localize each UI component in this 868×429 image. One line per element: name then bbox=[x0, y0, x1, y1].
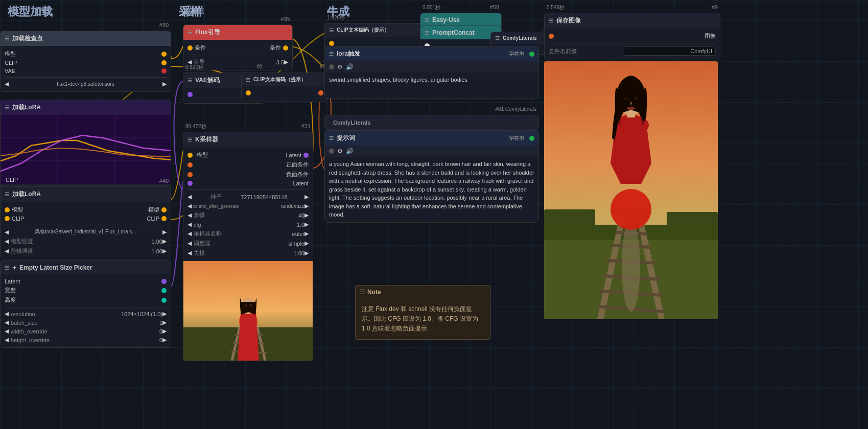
easy-use-title: Easy-Use bbox=[432, 16, 460, 23]
large-image-display bbox=[544, 61, 718, 319]
batch-arrow-left[interactable]: ◀ bbox=[5, 319, 9, 326]
resolution-label: resolution bbox=[9, 311, 121, 317]
clip-text-header: ☰ CLIP文本编码（提示） bbox=[325, 23, 434, 37]
save-time: 0.549秒 bbox=[547, 4, 565, 11]
model-strength-arrow-right[interactable]: ▶ bbox=[162, 238, 167, 245]
clip-encode-small-title: CLIP文本编码（提示） bbox=[253, 76, 306, 83]
fg-cond-out-port[interactable] bbox=[283, 45, 288, 51]
batch-arrow-right[interactable]: ▶ bbox=[162, 319, 167, 326]
svg-point-17 bbox=[250, 304, 252, 306]
lora-model-out-port[interactable] bbox=[161, 207, 167, 212]
lt-speaker-icon[interactable]: 🔊 bbox=[346, 63, 354, 70]
seed-arrow-left[interactable]: ◀ bbox=[187, 194, 192, 200]
width-override-arrow-right[interactable]: ▶ bbox=[162, 328, 167, 335]
clip-label-graph: CLIP bbox=[6, 177, 18, 183]
latent-icon: ✦ bbox=[12, 265, 16, 271]
ks-latent-port[interactable] bbox=[187, 181, 193, 186]
save-image-label: 图像 bbox=[702, 32, 716, 40]
height-label: 高度 bbox=[5, 296, 16, 304]
cond-out-dot[interactable] bbox=[318, 90, 323, 96]
ks-positive-row: 正面条件 bbox=[187, 160, 309, 170]
clip-encode-ports bbox=[246, 89, 323, 97]
cl61-id: #61 ComfyLiterals bbox=[495, 106, 536, 112]
svg-point-29 bbox=[622, 220, 640, 312]
model-strength-arrow-left[interactable]: ◀ bbox=[5, 238, 9, 245]
node-load-lora: #40 ☰ 加载LoRA 模型 模型 CLIP CLIP ◀ 风格lora\Se… bbox=[0, 186, 171, 259]
control-label: control_after_generate bbox=[192, 204, 280, 209]
denoise-arrow-right[interactable]: ▶ bbox=[304, 250, 309, 256]
checkpoint-arrow-left[interactable]: ◀ bbox=[5, 81, 9, 87]
scheduler-arrow-left[interactable]: ◀ bbox=[187, 240, 192, 247]
cfg-arrow-right[interactable]: ▶ bbox=[304, 221, 309, 228]
latent-out-label: Latent bbox=[5, 278, 20, 284]
denoise-arrow-left[interactable]: ◀ bbox=[187, 250, 192, 256]
scheduler-arrow-right[interactable]: ▶ bbox=[304, 240, 309, 247]
save-image-in-port[interactable] bbox=[549, 34, 554, 39]
lora-clip-out-port[interactable] bbox=[161, 216, 167, 221]
large-image-svg bbox=[544, 61, 718, 319]
preview-svg bbox=[183, 261, 313, 361]
ks-model-port[interactable] bbox=[187, 153, 193, 158]
fg-cond-in-port[interactable] bbox=[187, 45, 193, 51]
steps-row: ◀ 步骤 40 ▶ bbox=[187, 210, 309, 220]
ks-latent-row: Latent bbox=[187, 179, 309, 187]
width-port[interactable] bbox=[161, 288, 167, 293]
clip-strength-arrow-left[interactable]: ◀ bbox=[5, 248, 9, 254]
guidance-arrow-right[interactable]: ▶ bbox=[284, 59, 288, 65]
height-override-arrow-right[interactable]: ▶ bbox=[162, 337, 167, 343]
model-port[interactable] bbox=[161, 52, 167, 57]
width-override-arrow-left[interactable]: ◀ bbox=[5, 328, 9, 335]
lt-circle1 bbox=[329, 64, 334, 69]
ks-latent-out-label: Latent bbox=[286, 152, 301, 158]
checkpoint-name-field: ◀ flux1-dev-fp8.safetensors ▶ bbox=[5, 80, 167, 88]
filename-input[interactable] bbox=[624, 46, 716, 56]
clip-port[interactable] bbox=[161, 60, 167, 65]
lora-clip-in-port[interactable] bbox=[5, 216, 10, 221]
vae-in-dot[interactable] bbox=[187, 92, 193, 97]
ks-latent-out-port[interactable] bbox=[303, 153, 309, 158]
control-arrow-right[interactable]: ▶ bbox=[304, 203, 309, 209]
lora-name-arrow-right[interactable]: ▶ bbox=[162, 229, 167, 235]
height-override-arrow-left[interactable]: ◀ bbox=[5, 337, 9, 343]
lora-name-arrow-left[interactable]: ◀ bbox=[5, 229, 9, 235]
clip-strength-arrow-right[interactable]: ▶ bbox=[162, 248, 167, 254]
width-override-label: width_override bbox=[9, 328, 159, 335]
sampler-arrow-right[interactable]: ▶ bbox=[304, 230, 309, 237]
port-vae-out: VAE bbox=[5, 67, 167, 75]
ct-clip-port[interactable] bbox=[329, 41, 334, 46]
latent-port[interactable] bbox=[161, 279, 167, 284]
menu-icon-cl60: ☰ bbox=[495, 35, 500, 41]
save-header: ☰ 保存图像 bbox=[545, 13, 720, 28]
prompt-text-port[interactable] bbox=[529, 136, 534, 141]
checkpoint-arrow-right[interactable]: ▶ bbox=[162, 81, 167, 87]
model-label: 模型 bbox=[5, 50, 16, 58]
cl61-header: ComfyLiterals bbox=[325, 115, 538, 130]
lora-trigger-port[interactable] bbox=[529, 52, 534, 57]
fg-cond-in-label: 条件 bbox=[195, 44, 206, 52]
flux-guidance-header: ☰ Flux引导 bbox=[183, 25, 292, 40]
svg-point-38 bbox=[624, 97, 628, 101]
resolution-arrow-right[interactable]: ▶ bbox=[162, 311, 167, 317]
pt-speaker-icon[interactable]: 🔊 bbox=[346, 148, 354, 155]
vae-port[interactable] bbox=[161, 68, 167, 74]
height-port[interactable] bbox=[161, 298, 167, 303]
ks-negative-port[interactable] bbox=[187, 172, 193, 177]
menu-icon-el: ☰ bbox=[5, 265, 9, 271]
steps-arrow-right[interactable]: ▶ bbox=[304, 212, 309, 219]
clip-in-dot[interactable] bbox=[246, 90, 251, 96]
filename-row: 文件名前缀 bbox=[549, 45, 716, 57]
resolution-arrow-left[interactable]: ◀ bbox=[5, 311, 9, 317]
steps-arrow-left[interactable]: ◀ bbox=[187, 212, 192, 219]
pt-gear-icon[interactable]: ⚙ bbox=[337, 148, 343, 155]
lt-gear-icon[interactable]: ⚙ bbox=[337, 63, 343, 70]
ks-positive-port[interactable] bbox=[187, 162, 193, 168]
cfg-arrow-left[interactable]: ◀ bbox=[187, 221, 192, 228]
lora-model-in-port[interactable] bbox=[5, 207, 10, 212]
lora-trigger-header: ☰ lora触发 字符串 bbox=[325, 46, 538, 61]
seed-arrow-right[interactable]: ▶ bbox=[304, 194, 309, 200]
sampler-arrow-left[interactable]: ◀ bbox=[187, 230, 192, 237]
batch-label: batch_size bbox=[9, 320, 159, 326]
control-arrow-left[interactable]: ◀ bbox=[187, 203, 192, 209]
prompt-text-content: a young Asian woman with long, straight,… bbox=[325, 157, 538, 222]
menu-icon-vae: ☰ bbox=[187, 78, 192, 83]
